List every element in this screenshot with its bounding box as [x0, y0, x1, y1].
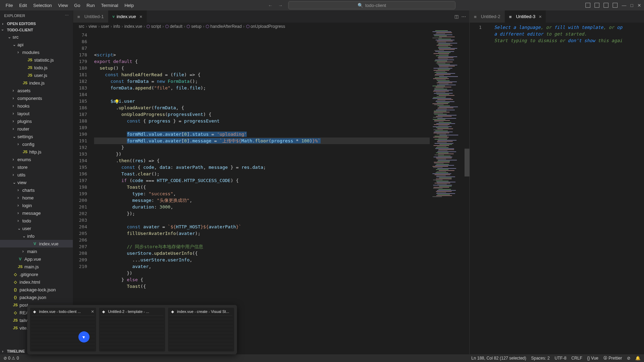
- layout-panel-icon[interactable]: [595, 3, 599, 8]
- breadcrumb-index.vue[interactable]: index.vue: [124, 24, 142, 29]
- tree-item-index-vue[interactable]: Vindex.vue: [0, 240, 73, 247]
- status-item[interactable]: 🔔: [635, 356, 641, 361]
- tree-item-components[interactable]: ›components: [0, 94, 73, 102]
- breadcrumb-handleAfterRead[interactable]: ⬡ handleAfterRead: [206, 24, 242, 29]
- breadcrumb-view[interactable]: view: [89, 24, 97, 29]
- tree-item-hooks[interactable]: ›hooks: [0, 102, 73, 110]
- nav-back-icon[interactable]: ←: [267, 2, 274, 9]
- tab-Untitled-2[interactable]: ≡Untitled-2: [470, 10, 505, 23]
- line-gutter-right: 1: [470, 23, 487, 354]
- tree-item--gitignore[interactable]: ◇.gitignore: [0, 270, 73, 278]
- tree-item-home[interactable]: ›home: [0, 194, 73, 202]
- tree-item-App-vue[interactable]: VApp.vue: [0, 255, 73, 263]
- breadcrumb-script[interactable]: ⬡ script: [146, 24, 161, 29]
- tree-item-charts[interactable]: ›charts: [0, 186, 73, 194]
- tree-item-index-html[interactable]: ◇index.html: [0, 278, 73, 286]
- tree-item-plugins[interactable]: ›plugins: [0, 117, 73, 125]
- close-icon[interactable]: ✕: [91, 309, 94, 314]
- tree-item-router[interactable]: ›router: [0, 125, 73, 133]
- status-right: Ln 188, Col 82 (127 selected)Spaces: 2UT…: [472, 356, 641, 361]
- split-editor-icon[interactable]: ◫: [454, 14, 459, 19]
- titlebar-right-icons: — □ ✕: [585, 3, 641, 8]
- status-item[interactable]: UTF-8: [554, 356, 566, 361]
- breadcrumb-default[interactable]: ⬡ default: [165, 24, 182, 29]
- nav-forward-icon[interactable]: →: [277, 2, 284, 9]
- tree-item-main[interactable]: ›main: [0, 247, 73, 255]
- search-placeholder: todo-client: [365, 3, 386, 8]
- breadcrumb-info[interactable]: info: [113, 24, 120, 29]
- lightbulb-icon[interactable]: 💡: [114, 99, 120, 105]
- status-item[interactable]: Spaces: 2: [531, 356, 550, 361]
- tab-index-vue[interactable]: Vindex.vue×: [108, 10, 147, 23]
- tab-actions-left: ◫ ⋯: [451, 14, 469, 19]
- tab-more-icon[interactable]: ⋯: [461, 14, 466, 19]
- scroll-thumb[interactable]: [465, 149, 469, 176]
- tree-item-message[interactable]: ›message: [0, 209, 73, 217]
- tree-item-package-lock-json[interactable]: {}package-lock.json: [0, 286, 73, 293]
- tree-item-store[interactable]: ›store: [0, 163, 73, 171]
- tab-Untitled-1[interactable]: ≡Untitled-1: [73, 10, 108, 23]
- tree-item-user-js[interactable]: JSuser.js: [0, 71, 73, 79]
- code-editor-right[interactable]: 1 Select a language, or fill with templa…: [470, 23, 644, 354]
- tree-item-view[interactable]: ⌄view: [0, 179, 73, 186]
- tab-close-icon[interactable]: ×: [539, 14, 542, 19]
- tree-item-modules[interactable]: ›modules: [0, 48, 73, 56]
- menu-selection[interactable]: Selection: [30, 1, 54, 9]
- tree-item-http-js[interactable]: JShttp.js: [0, 148, 73, 156]
- breadcrumb-user[interactable]: user: [101, 24, 109, 29]
- status-item[interactable]: ⊘: [627, 356, 630, 361]
- menu-edit[interactable]: Edit: [16, 1, 30, 9]
- tree-item-enums[interactable]: ›enums: [0, 156, 73, 163]
- menu-go[interactable]: Go: [71, 1, 83, 9]
- tree-item-src[interactable]: ⌄src: [0, 33, 73, 41]
- tree-item-utils[interactable]: ›utils: [0, 171, 73, 179]
- tree-item-statistic-js[interactable]: JSstatistic.js: [0, 56, 73, 64]
- tree-item-layout[interactable]: ›layout: [0, 110, 73, 117]
- window-close-icon[interactable]: ✕: [637, 3, 641, 8]
- tree-item-main-js[interactable]: JSmain.js: [0, 263, 73, 270]
- breadcrumb-setup[interactable]: ⬡ setup: [186, 24, 201, 29]
- explorer-sidebar: EXPLORER ⋯ OPEN EDITORS TODO-CLIENT ⌄src…: [0, 10, 73, 354]
- tree-item-todo-js[interactable]: JStodo.js: [0, 64, 73, 71]
- tree-item-todo[interactable]: ›todo: [0, 217, 73, 225]
- search-icon: 🔍: [358, 3, 363, 8]
- tab-close-icon[interactable]: ×: [139, 14, 142, 19]
- menu-view[interactable]: View: [55, 1, 71, 9]
- minimap[interactable]: [430, 30, 465, 354]
- tree-item-config[interactable]: ›config: [0, 140, 73, 148]
- taskbar-preview-window[interactable]: ◆Untitled-2 - template - ...: [99, 308, 165, 352]
- explorer-more-icon[interactable]: ⋯: [65, 13, 69, 18]
- layout-sidebar-left-icon[interactable]: [585, 3, 590, 8]
- status-item[interactable]: Ln 188, Col 82 (127 selected): [472, 356, 526, 361]
- menu-terminal[interactable]: Terminal: [98, 1, 121, 9]
- status-item[interactable]: {} Vue: [587, 356, 598, 361]
- status-item[interactable]: ⊘ 0 ⚠ 0: [3, 356, 19, 361]
- tree-item-assets[interactable]: ›assets: [0, 87, 73, 94]
- layout-customize-icon[interactable]: [613, 3, 618, 8]
- breadcrumb-onUploadProgress[interactable]: ⬡ onUploadProgress: [246, 24, 285, 29]
- taskbar-preview-window[interactable]: ◆index.vue - create - Visual St...: [168, 308, 234, 352]
- layout-sidebar-right-icon[interactable]: [604, 3, 608, 8]
- tree-item-login[interactable]: ›login: [0, 202, 73, 209]
- window-minimize-icon[interactable]: —: [622, 3, 626, 8]
- tree-item-settings[interactable]: ⌄settings: [0, 133, 73, 140]
- menu-run[interactable]: Run: [84, 1, 98, 9]
- tree-item-index-js[interactable]: JSindex.js: [0, 79, 73, 87]
- tab-Untitled-3[interactable]: ≡Untitled-3×: [505, 10, 546, 23]
- command-center-search[interactable]: 🔍 todo-client: [288, 1, 455, 9]
- tree-item-user[interactable]: ⌄user: [0, 225, 73, 232]
- breadcrumb-src[interactable]: src: [79, 24, 84, 29]
- menu-file[interactable]: File: [3, 1, 16, 9]
- open-editors-section[interactable]: OPEN EDITORS: [0, 21, 73, 27]
- scrollbar-vertical[interactable]: [465, 30, 469, 354]
- status-item[interactable]: CRLF: [571, 356, 582, 361]
- breadcrumbs[interactable]: src›view›user›info›index.vue›⬡ script›⬡ …: [73, 23, 469, 30]
- project-section[interactable]: TODO-CLIENT: [0, 27, 73, 33]
- window-maximize-icon[interactable]: □: [630, 3, 633, 8]
- menu-help[interactable]: Help: [122, 1, 137, 9]
- tree-item-package-json[interactable]: {}package.json: [0, 293, 73, 301]
- status-item[interactable]: ⦿ Prettier: [603, 356, 622, 361]
- taskbar-preview-window[interactable]: ◆index.vue - todo-client ...✕: [30, 308, 96, 352]
- tree-item-api[interactable]: ⌄api: [0, 41, 73, 48]
- tree-item-info[interactable]: ⌄info: [0, 232, 73, 240]
